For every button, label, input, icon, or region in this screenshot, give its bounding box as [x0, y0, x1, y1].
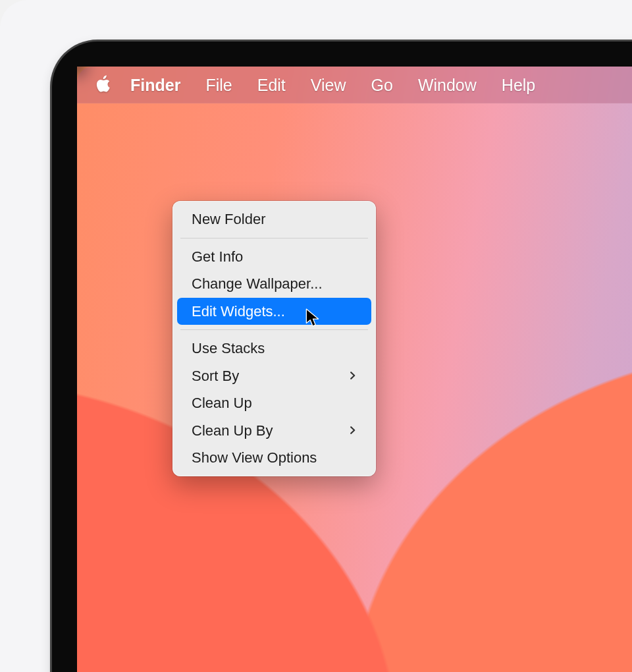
menu-separator [180, 238, 368, 238]
menu-item-label: Use Stacks [192, 339, 265, 358]
menu-item-new-folder[interactable]: New Folder [177, 206, 371, 233]
menu-item-clean-up-by[interactable]: Clean Up By [177, 417, 371, 445]
menubar-item-window[interactable]: Window [406, 67, 489, 103]
menu-item-label: New Folder [192, 210, 265, 229]
menu-item-label: Show View Options [192, 449, 317, 467]
menu-item-clean-up[interactable]: Clean Up [177, 389, 371, 417]
screen: Finder File Edit View Go Window Help New… [77, 67, 632, 672]
menu-item-label: Clean Up [192, 394, 252, 412]
device-bezel: Finder File Edit View Go Window Help New… [52, 42, 632, 672]
menu-item-change-wallpaper[interactable]: Change Wallpaper... [177, 270, 371, 298]
menu-separator [180, 329, 368, 330]
page: Finder File Edit View Go Window Help New… [0, 0, 632, 672]
apple-menu[interactable] [89, 67, 118, 103]
menu-item-use-stacks[interactable]: Use Stacks [177, 335, 371, 362]
menubar-item-help[interactable]: Help [489, 67, 548, 103]
desktop-context-menu: New Folder Get Info Change Wallpaper... … [172, 201, 376, 476]
menu-item-label: Get Info [192, 248, 243, 266]
menubar-item-view[interactable]: View [298, 67, 359, 103]
menubar: Finder File Edit View Go Window Help [77, 67, 632, 103]
menubar-item-edit[interactable]: Edit [245, 67, 298, 103]
menu-item-show-view-options[interactable]: Show View Options [177, 444, 371, 472]
menu-item-sort-by[interactable]: Sort By [177, 362, 371, 390]
apple-logo-icon [95, 73, 112, 97]
chevron-right-icon [349, 372, 357, 379]
device-frame: Finder File Edit View Go Window Help New… [50, 40, 632, 672]
menu-item-get-info[interactable]: Get Info [177, 243, 371, 271]
menubar-item-go[interactable]: Go [359, 67, 406, 103]
menu-item-label: Clean Up By [192, 422, 273, 440]
menubar-item-file[interactable]: File [193, 67, 244, 103]
menu-item-label: Change Wallpaper... [192, 275, 323, 293]
menu-item-label: Sort By [192, 367, 239, 385]
menubar-app-name[interactable]: Finder [118, 67, 193, 103]
menu-item-edit-widgets[interactable]: Edit Widgets... [177, 298, 371, 325]
chevron-right-icon [349, 426, 357, 434]
menu-item-label: Edit Widgets... [192, 302, 285, 321]
